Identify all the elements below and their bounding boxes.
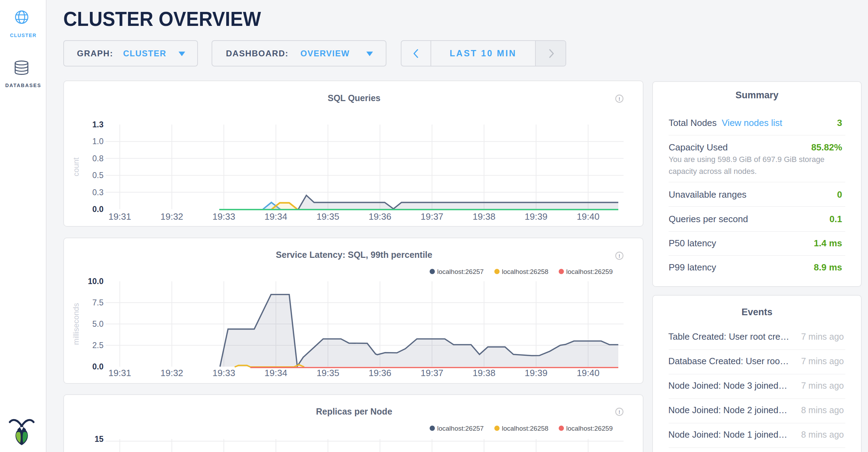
svg-text:19:38: 19:38 bbox=[473, 211, 496, 222]
svg-text:19:31: 19:31 bbox=[108, 211, 131, 222]
svg-text:19:35: 19:35 bbox=[316, 368, 339, 378]
svg-text:0.8: 0.8 bbox=[92, 154, 104, 163]
svg-text:5.0: 5.0 bbox=[92, 319, 104, 329]
svg-text:2.5: 2.5 bbox=[92, 341, 104, 350]
svg-text:1.0: 1.0 bbox=[92, 137, 104, 146]
svg-text:!: ! bbox=[619, 96, 620, 102]
svg-text:19:37: 19:37 bbox=[421, 368, 443, 378]
svg-text:19:39: 19:39 bbox=[525, 211, 547, 222]
svg-text:localhost:26258: localhost:26258 bbox=[502, 268, 548, 275]
svg-text:localhost:26258: localhost:26258 bbox=[502, 425, 548, 432]
svg-text:19:34: 19:34 bbox=[264, 368, 287, 378]
svg-text:19:33: 19:33 bbox=[213, 211, 235, 222]
svg-text:0.0: 0.0 bbox=[92, 205, 104, 214]
svg-text:7.5: 7.5 bbox=[92, 298, 104, 307]
svg-text:19:40: 19:40 bbox=[577, 368, 599, 378]
svg-text:SQL Queries: SQL Queries bbox=[328, 93, 380, 103]
svg-text:1.3: 1.3 bbox=[92, 120, 104, 129]
svg-text:19:37: 19:37 bbox=[421, 211, 443, 222]
svg-text:count: count bbox=[72, 157, 80, 176]
svg-text:!: ! bbox=[619, 409, 620, 415]
svg-text:localhost:26257: localhost:26257 bbox=[437, 268, 484, 275]
svg-text:19:35: 19:35 bbox=[316, 211, 339, 222]
svg-text:!: ! bbox=[619, 253, 620, 259]
svg-text:19:36: 19:36 bbox=[369, 368, 391, 378]
svg-text:19:40: 19:40 bbox=[577, 211, 599, 222]
svg-text:10.0: 10.0 bbox=[88, 277, 104, 286]
svg-text:localhost:26259: localhost:26259 bbox=[566, 425, 613, 432]
svg-text:0.0: 0.0 bbox=[92, 362, 104, 371]
svg-text:localhost:26259: localhost:26259 bbox=[566, 268, 613, 275]
svg-text:19:39: 19:39 bbox=[525, 368, 547, 378]
svg-text:0.5: 0.5 bbox=[92, 171, 104, 180]
svg-text:19:32: 19:32 bbox=[161, 211, 183, 222]
svg-text:19:38: 19:38 bbox=[473, 368, 496, 378]
svg-text:0.3: 0.3 bbox=[92, 188, 104, 197]
svg-text:Service Latency: SQL, 99th per: Service Latency: SQL, 99th percentile bbox=[276, 250, 432, 260]
svg-text:milliseconds: milliseconds bbox=[72, 303, 80, 345]
svg-text:19:34: 19:34 bbox=[264, 211, 287, 222]
svg-text:19:32: 19:32 bbox=[161, 368, 183, 378]
svg-text:Replicas per Node: Replicas per Node bbox=[316, 407, 392, 416]
svg-text:localhost:26257: localhost:26257 bbox=[437, 425, 484, 432]
svg-text:15: 15 bbox=[94, 435, 104, 444]
svg-text:19:36: 19:36 bbox=[369, 211, 391, 222]
svg-text:19:33: 19:33 bbox=[213, 368, 235, 378]
svg-text:19:31: 19:31 bbox=[108, 368, 131, 378]
